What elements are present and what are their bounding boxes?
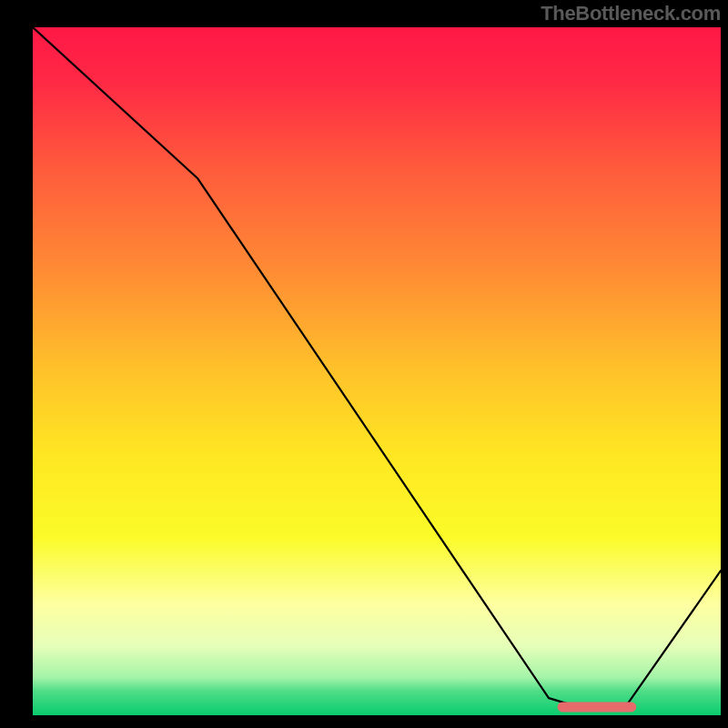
attribution-text: TheBottleneck.com xyxy=(541,2,721,25)
plot-area xyxy=(33,27,721,715)
chart-frame: TheBottleneck.com xyxy=(0,0,728,728)
chart-svg xyxy=(33,27,721,715)
plot-background xyxy=(33,27,721,715)
